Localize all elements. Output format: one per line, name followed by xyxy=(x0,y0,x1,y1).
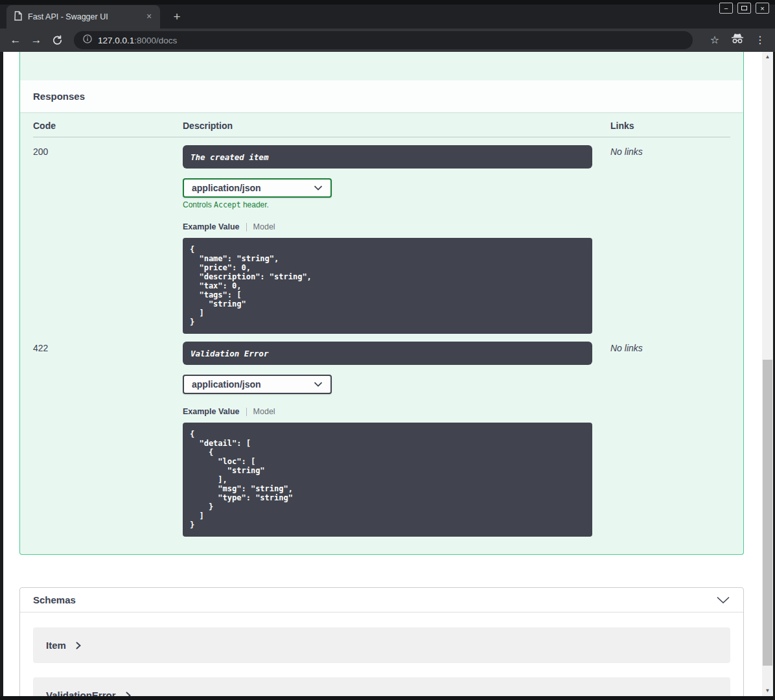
window-minimize-button[interactable]: − xyxy=(719,3,733,14)
back-button[interactable]: ← xyxy=(6,31,25,49)
schemas-section: Schemas Item ValidationError xyxy=(19,587,744,696)
page-scrollbar[interactable]: ▲ ▼ xyxy=(762,52,773,696)
chevron-down-icon xyxy=(314,382,323,387)
window-frame-bottom xyxy=(0,696,775,700)
schemas-title: Schemas xyxy=(33,594,76,605)
window-frame-left xyxy=(0,52,3,700)
model-item[interactable]: Item xyxy=(33,627,730,663)
scroll-up-icon[interactable]: ▲ xyxy=(762,52,773,62)
swagger-docs-page: Responses Code Description Links 200 The… xyxy=(0,52,762,696)
model-name: ValidationError xyxy=(46,690,116,696)
response-code: 200 xyxy=(33,145,183,334)
browser-window: Fast API - Swagger UI × + − × ← → xyxy=(0,0,775,700)
window-maximize-button[interactable] xyxy=(737,3,751,14)
tab-close-icon[interactable]: × xyxy=(143,11,155,23)
opblock-responses-panel: Responses Code Description Links 200 The… xyxy=(19,52,744,555)
responses-table-header: Code Description Links xyxy=(33,112,730,137)
media-type-select[interactable]: application/json xyxy=(183,178,332,198)
model-name: Item xyxy=(46,640,66,651)
responses-section-header: Responses xyxy=(20,80,743,112)
browser-menu-button[interactable]: ⋮ xyxy=(752,32,769,49)
accept-note-prefix: Controls xyxy=(183,200,214,209)
schemas-header[interactable]: Schemas xyxy=(20,588,743,612)
browser-toolbar: ← → 127.0.0.1:8000/docs ☆ xyxy=(0,29,775,52)
response-description-cell: The created item application/json Contro… xyxy=(183,145,610,334)
bookmark-star-icon[interactable]: ☆ xyxy=(706,32,723,49)
response-description: Validation Error xyxy=(183,342,592,365)
column-header-code: Code xyxy=(33,121,183,131)
window-close-button[interactable]: × xyxy=(756,3,769,14)
media-type-value: application/json xyxy=(192,379,261,390)
tab-example-value[interactable]: Example Value xyxy=(183,222,240,231)
tab-title: Fast API - Swagger UI xyxy=(28,12,143,21)
column-header-links: Links xyxy=(610,121,730,131)
response-links: No links xyxy=(610,145,730,334)
chevron-right-icon[interactable] xyxy=(76,642,81,649)
media-type-value: application/json xyxy=(192,183,261,193)
maximize-icon xyxy=(741,6,747,10)
response-description-cell: Validation Error application/json Exampl… xyxy=(183,342,610,547)
example-model-tabs: Example Value Model xyxy=(183,407,610,416)
new-tab-button[interactable]: + xyxy=(168,8,185,25)
example-model-tabs: Example Value Model xyxy=(183,222,610,231)
scrollbar-thumb[interactable] xyxy=(763,360,772,666)
response-links: No links xyxy=(610,342,730,547)
scroll-down-icon[interactable]: ▼ xyxy=(762,686,773,696)
reload-button[interactable] xyxy=(48,31,66,49)
url-host: 127.0.0.1 xyxy=(98,36,134,45)
tab-strip: Fast API - Swagger UI × + − × xyxy=(0,0,775,29)
tab-divider xyxy=(246,223,247,231)
response-description: The created item xyxy=(183,145,592,169)
responses-title: Responses xyxy=(33,91,85,102)
page-favicon-icon xyxy=(14,11,22,23)
column-header-description: Description xyxy=(183,121,610,131)
accept-header-note: Controls Accept header. xyxy=(183,200,610,209)
tab-model[interactable]: Model xyxy=(253,407,275,416)
example-json-200: { "name": "string", "price": 0, "descrip… xyxy=(183,238,592,334)
schemas-models: Item ValidationError xyxy=(20,612,743,696)
site-info-icon[interactable] xyxy=(83,34,92,46)
media-type-select[interactable]: application/json xyxy=(183,375,332,394)
incognito-icon xyxy=(729,32,746,49)
chevron-right-icon[interactable] xyxy=(126,692,131,697)
url-bar[interactable]: 127.0.0.1:8000/docs xyxy=(74,31,693,49)
responses-table: Code Description Links 200 The created i… xyxy=(20,112,743,547)
chevron-down-icon[interactable] xyxy=(716,596,730,604)
response-code: 422 xyxy=(33,342,183,547)
response-row-422: 422 Validation Error application/json Ex… xyxy=(33,334,730,547)
reload-icon xyxy=(52,35,63,46)
accept-note-suffix: header. xyxy=(241,200,269,209)
url-path: :8000/docs xyxy=(134,36,177,45)
forward-button[interactable]: → xyxy=(27,31,45,49)
model-validation-error[interactable]: ValidationError xyxy=(33,677,730,696)
tab-example-value[interactable]: Example Value xyxy=(183,407,240,416)
window-controls: − × xyxy=(719,3,769,14)
tab-divider xyxy=(246,408,247,416)
accept-note-mono: Accept xyxy=(214,200,241,209)
browser-tab[interactable]: Fast API - Swagger UI × xyxy=(6,5,160,29)
example-json-422: { "detail": [ { "loc": [ "string" ], "ms… xyxy=(183,423,592,537)
chevron-down-icon xyxy=(314,185,323,191)
response-row-200: 200 The created item application/json Co… xyxy=(33,137,730,334)
tab-model[interactable]: Model xyxy=(253,222,275,231)
